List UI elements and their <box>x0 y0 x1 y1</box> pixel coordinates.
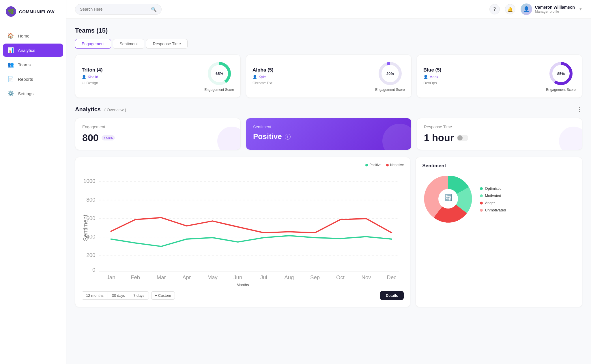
svg-text:Mar: Mar <box>157 274 166 280</box>
metric-value-engagement: 800 <box>82 132 99 143</box>
chart-legend: Positive Negative <box>82 163 404 167</box>
team-name: Alpha (5) <box>253 67 274 73</box>
x-axis-label: Months <box>82 283 404 287</box>
content-area: Teams (15) Engagement Sentiment Response… <box>66 19 591 364</box>
metric-value-sentiment: Positive <box>253 132 282 141</box>
legend-label: Motivated <box>485 194 501 198</box>
analytics-icon: 📊 <box>8 47 14 53</box>
search-input[interactable] <box>80 7 149 12</box>
team-lead: Mack <box>429 75 438 79</box>
legend-positive: Positive <box>365 163 381 167</box>
team-project: Chrome Ext. <box>253 81 274 85</box>
svg-text:20%: 20% <box>386 72 394 76</box>
metric-label-sentiment: Sentiment <box>253 125 404 129</box>
line-chart-card: Positive Negative 1000 800 600 400 <box>75 157 410 307</box>
filter-7-days[interactable]: 7 days <box>129 292 148 299</box>
metric-card-response-time: Response Time 1 hour <box>417 118 582 150</box>
metric-value-response: 1 hour <box>424 132 454 143</box>
tab-response-time[interactable]: Response Time <box>146 39 187 49</box>
analytics-subtitle: ( Overview ) <box>104 108 126 112</box>
team-lead: Kyle <box>259 75 266 79</box>
legend-negative: Negative <box>386 163 404 167</box>
metric-cards: Engagement 800 ↑7.4% Sentiment Positive … <box>75 118 582 150</box>
svg-text:Dec: Dec <box>387 274 397 280</box>
pie-chart: 🔄 <box>422 173 474 226</box>
user-profile[interactable]: 👤 Cameron Williamson Manager profile ▼ <box>521 3 582 15</box>
filter-30-days[interactable]: 30 days <box>108 292 130 299</box>
svg-text:Oct: Oct <box>336 274 345 280</box>
info-icon[interactable]: i <box>285 134 291 140</box>
team-card-triton: Triton (4) 👤 Khalid UI Design 65% <box>75 55 241 98</box>
sidebar-item-label: Reports <box>18 77 33 82</box>
lead-icon: 👤 <box>423 75 428 79</box>
sidebar-item-home[interactable]: 🏠 Home <box>3 29 63 42</box>
search-bar[interactable]: 🔍 <box>75 4 162 15</box>
bell-icon: 🔔 <box>507 7 513 12</box>
chart-filter-row: 12 months 30 days 7 days + Custom Detail… <box>82 290 404 301</box>
engagement-score-label: Engagement Score <box>204 88 234 92</box>
teams-section: Teams (15) Engagement Sentiment Response… <box>75 27 582 98</box>
sidebar-item-teams[interactable]: 👥 Teams <box>3 58 63 71</box>
metric-card-engagement: Engagement 800 ↑7.4% <box>75 118 241 150</box>
engagement-score-label: Engagement Score <box>546 88 576 92</box>
teams-icon: 👥 <box>8 61 14 68</box>
user-name: Cameron Williamson <box>535 5 575 10</box>
avatar: 👤 <box>521 3 532 15</box>
donut-chart-triton: 65% <box>206 61 232 87</box>
team-name: Blue (5) <box>423 67 441 73</box>
app-name: COMMUNIFLOW <box>19 9 55 14</box>
svg-text:800: 800 <box>86 197 95 203</box>
team-lead: Khalid <box>88 75 98 79</box>
team-project: UI Design <box>82 81 103 85</box>
more-options-icon[interactable]: ⋮ <box>577 106 582 113</box>
engagement-badge: ↑7.4% <box>102 135 115 140</box>
notifications-button[interactable]: 🔔 <box>505 4 515 14</box>
sidebar-item-settings[interactable]: ⚙️ Settings <box>3 87 63 100</box>
svg-text:Feb: Feb <box>131 274 140 280</box>
pie-legend: Optimistic Motivated Anger <box>480 186 506 212</box>
legend-label: Anger <box>485 201 495 205</box>
search-icon: 🔍 <box>151 7 157 12</box>
help-icon: ? <box>493 7 496 12</box>
logo-area: 🌿 COMMUNIFLOW <box>0 0 66 23</box>
sidebar-item-analytics[interactable]: 📊 Analytics <box>3 44 63 57</box>
svg-text:Jan: Jan <box>107 274 115 280</box>
lead-icon: 👤 <box>82 75 86 79</box>
sidebar-item-label: Teams <box>18 62 31 67</box>
sidebar-item-label: Settings <box>18 91 33 96</box>
home-icon: 🏠 <box>8 33 14 39</box>
svg-text:65%: 65% <box>216 72 223 76</box>
analytics-section: Analytics ( Overview ) ⋮ Engagement 800 … <box>75 106 582 307</box>
filter-12-months[interactable]: 12 months <box>82 292 108 299</box>
svg-text:Apr: Apr <box>182 274 191 280</box>
user-role: Manager profile <box>535 10 575 14</box>
header-icons: ? 🔔 👤 Cameron Williamson Manager profile… <box>489 3 582 15</box>
tab-sentiment[interactable]: Sentiment <box>113 39 144 49</box>
team-project: DevOps <box>423 81 441 85</box>
sentiment-pie-card: Sentiment <box>416 157 582 307</box>
response-toggle[interactable] <box>457 135 468 141</box>
engagement-score-label: Engagement Score <box>375 88 405 92</box>
sidebar-item-reports[interactable]: 📄 Reports <box>3 72 63 86</box>
details-button[interactable]: Details <box>380 291 404 300</box>
legend-unmotivated: Unmotivated <box>480 208 506 212</box>
legend-anger: Anger <box>480 201 506 205</box>
svg-text:Jun: Jun <box>233 274 242 280</box>
metric-label-engagement: Engagement <box>82 125 233 129</box>
line-chart-svg: 1000 800 600 400 200 0 Sentiment <box>82 169 404 282</box>
filter-custom[interactable]: + Custom <box>151 291 175 300</box>
legend-label: Optimistic <box>485 186 501 191</box>
sidebar: 🌿 COMMUNIFLOW 🏠 Home 📊 Analytics 👥 Teams… <box>0 0 66 364</box>
legend-motivated: Motivated <box>480 194 506 198</box>
svg-text:Aug: Aug <box>284 274 294 280</box>
settings-icon: ⚙️ <box>8 90 14 97</box>
svg-text:🔄: 🔄 <box>444 194 452 202</box>
sentiment-card-title: Sentiment <box>422 163 576 169</box>
svg-text:1000: 1000 <box>83 178 95 184</box>
tab-engagement[interactable]: Engagement <box>75 39 111 49</box>
legend-label: Unmotivated <box>485 208 506 212</box>
svg-text:0: 0 <box>92 267 95 273</box>
svg-text:Sep: Sep <box>310 274 320 280</box>
help-button[interactable]: ? <box>489 4 500 14</box>
sidebar-nav: 🏠 Home 📊 Analytics 👥 Teams 📄 Reports ⚙️ … <box>0 23 66 106</box>
